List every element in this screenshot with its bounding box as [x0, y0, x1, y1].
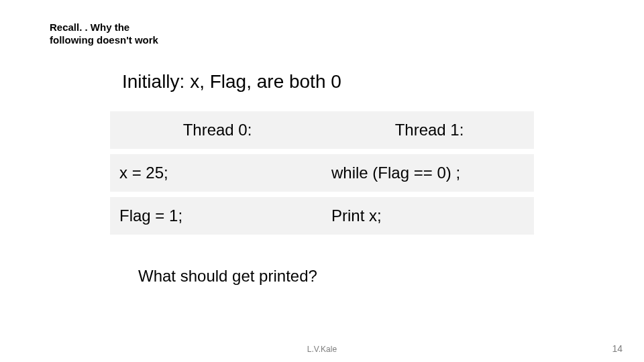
question-text: What should get printed?: [138, 267, 317, 286]
table-row: Flag = 1; Print x;: [110, 197, 534, 235]
thread1-header: Thread 1:: [322, 111, 534, 149]
slide-title: Recall. . Why the following doesn't work: [50, 21, 158, 47]
title-line-2: following doesn't work: [50, 34, 158, 46]
table-header-row: Thread 0: Thread 1:: [110, 111, 534, 149]
thread0-header: Thread 0:: [110, 111, 322, 149]
title-line-1: Recall. . Why the: [50, 21, 129, 33]
initial-conditions: Initially: x, Flag, are both 0: [122, 71, 341, 93]
slide: Recall. . Why the following doesn't work…: [0, 0, 644, 362]
threads-table: Thread 0: Thread 1: x = 25; while (Flag …: [110, 111, 534, 235]
thread1-stmt1: while (Flag == 0) ;: [322, 154, 534, 192]
footer-page-number: 14: [612, 343, 623, 354]
thread1-stmt2: Print x;: [322, 197, 534, 235]
footer-author: L.V.Kale: [0, 345, 644, 354]
thread0-stmt1: x = 25;: [110, 154, 322, 192]
thread0-stmt2: Flag = 1;: [110, 197, 322, 235]
table-row: x = 25; while (Flag == 0) ;: [110, 154, 534, 192]
